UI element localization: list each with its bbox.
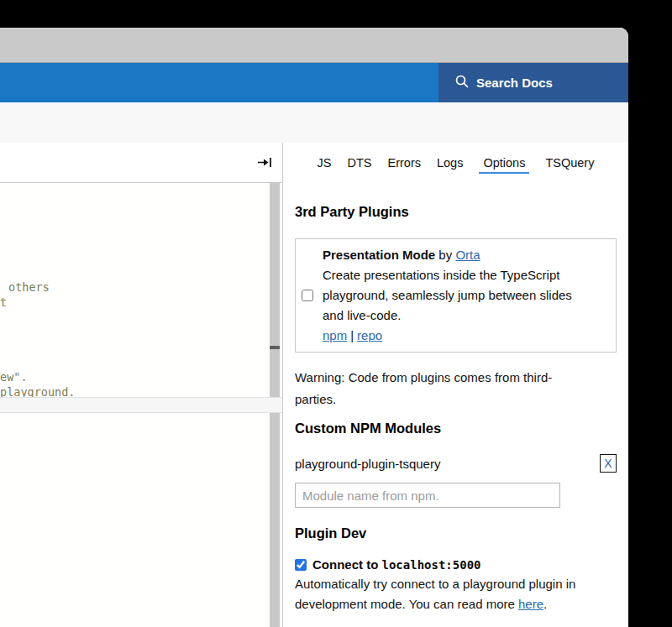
browser-window: Search Docs otherstew".playground. <box>0 28 628 627</box>
connect-host: localhost:5000 <box>382 558 481 572</box>
tab-logs[interactable]: Logs <box>437 156 463 174</box>
collapse-sidebar-icon[interactable] <box>257 156 273 172</box>
browser-chrome-bar <box>0 28 628 63</box>
code-line: ew". <box>0 369 28 384</box>
connect-localhost-row: Connect to localhost:5000 <box>295 557 617 572</box>
main-content: otherstew".playground. JSDTSErrorsLogsOp… <box>0 143 628 627</box>
tab-errors[interactable]: Errors <box>387 156 420 174</box>
plugin-by-text: by <box>438 248 452 262</box>
connect-label-text: Connect to <box>312 557 378 572</box>
plugin-card-content: Presentation Mode by Orta Create present… <box>323 245 593 346</box>
plugin-card: Presentation Mode by Orta Create present… <box>295 238 617 353</box>
plugin-dev-description-suffix: . <box>543 597 547 611</box>
code-line: t <box>0 295 7 310</box>
page-subheader <box>0 102 628 143</box>
editor-pane: otherstew".playground. <box>0 143 283 627</box>
current-line-highlight <box>0 397 282 413</box>
custom-module-name: playground-plugin-tsquery <box>295 457 440 471</box>
plugins-warning-text: Warning: Code from plugins comes from th… <box>295 367 591 410</box>
site-nav-bar: Search Docs <box>0 63 628 102</box>
code-line: others <box>8 280 50 295</box>
plugin-title-line: Presentation Mode by Orta <box>323 245 593 265</box>
search-docs-button[interactable]: Search Docs <box>438 63 628 102</box>
editor-toolbar <box>0 143 282 183</box>
plugin-author-link[interactable]: Orta <box>455 248 480 262</box>
code-editor[interactable]: otherstew".playground. <box>0 183 282 627</box>
plugin-title: Presentation Mode <box>323 248 435 262</box>
custom-npm-modules-heading: Custom NPM Modules <box>295 421 617 436</box>
scrollbar-marker <box>270 346 280 349</box>
tab-dts[interactable]: DTS <box>347 156 371 174</box>
plugin-dev-description: Automatically try connect to a playgroun… <box>295 574 617 614</box>
sidebar-tab-bar: JSDTSErrorsLogsOptionsTSQuery <box>295 156 617 174</box>
tab-tsquery[interactable]: TSQuery <box>545 156 594 174</box>
search-icon <box>454 74 470 91</box>
custom-module-row: playground-plugin-tsquery X <box>295 454 617 473</box>
plugin-enabled-checkbox[interactable] <box>302 290 313 301</box>
playground-sidebar: JSDTSErrorsLogsOptionsTSQuery 3rd Party … <box>283 143 628 627</box>
tab-options[interactable]: Options <box>479 156 529 174</box>
remove-module-button[interactable]: X <box>600 454 617 473</box>
search-docs-label: Search Docs <box>476 76 553 90</box>
plugin-links: npm|repo <box>323 326 593 346</box>
plugin-repo-link[interactable]: repo <box>357 328 382 342</box>
tab-js[interactable]: JS <box>318 156 332 174</box>
plugin-description: Create presentations inside the TypeScri… <box>323 265 593 326</box>
connect-localhost-checkbox[interactable] <box>295 559 307 571</box>
npm-module-input[interactable] <box>295 483 560 508</box>
read-more-link[interactable]: here <box>518 597 543 611</box>
plugin-dev-heading: Plugin Dev <box>295 525 617 541</box>
third-party-plugins-heading: 3rd Party Plugins <box>295 204 617 220</box>
plugin-link-separator: | <box>350 328 354 342</box>
connect-label: Connect to localhost:5000 <box>312 557 481 572</box>
plugin-npm-link[interactable]: npm <box>323 328 347 342</box>
